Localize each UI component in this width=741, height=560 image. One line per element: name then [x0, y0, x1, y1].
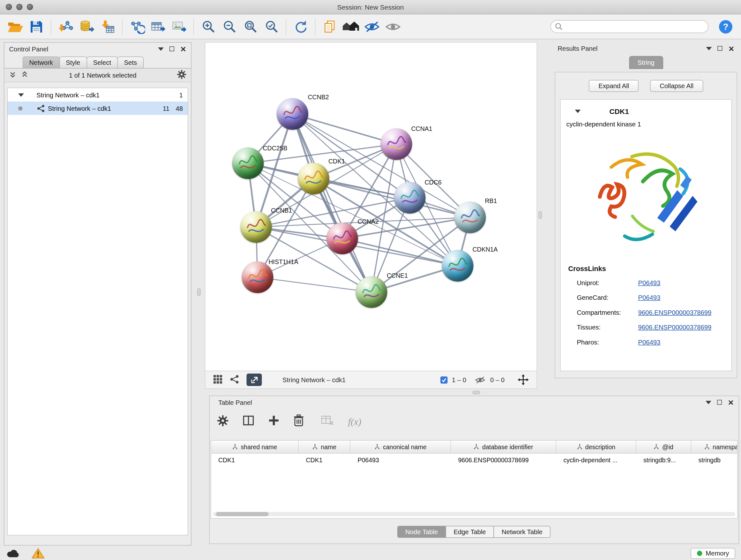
tab-sets[interactable]: Sets: [118, 57, 144, 68]
float-panel-icon[interactable]: [170, 47, 175, 51]
add-column-plus-icon[interactable]: [269, 415, 279, 428]
collapse-all-networks-icon[interactable]: [21, 71, 28, 79]
tab-network[interactable]: Network: [23, 57, 60, 68]
network-edge-ccna2-cdkn1a[interactable]: [342, 239, 458, 266]
control-splitter-handle[interactable]: [197, 288, 201, 296]
expand-all-button[interactable]: Expand All: [589, 80, 638, 92]
minimize-window-button[interactable]: [16, 4, 23, 10]
network-edge-ccne1-ccnb2[interactable]: [293, 114, 372, 292]
import-table-from-file-button[interactable]: [97, 16, 118, 37]
show-columns-icon[interactable]: [243, 415, 254, 428]
save-session-button[interactable]: [26, 16, 47, 37]
network-node-ccnb1[interactable]: [240, 211, 272, 243]
crosslink-link[interactable]: 9606.ENSP00000378699: [638, 324, 712, 331]
zoom-in-button[interactable]: [198, 16, 219, 37]
table-settings-gear-icon[interactable]: [217, 415, 228, 428]
close-panel-icon[interactable]: ✕: [728, 45, 734, 52]
table-cell[interactable]: 9606.ENSP00000378699: [451, 454, 556, 467]
table-cell[interactable]: stringdb:9...: [636, 454, 691, 467]
network-node-hist1h1a[interactable]: [242, 261, 273, 293]
results-splitter-handle[interactable]: [539, 211, 542, 219]
network-node-cdk1[interactable]: [298, 163, 329, 194]
new-network-from-selection-button[interactable]: [126, 16, 147, 37]
network-share-icon[interactable]: [230, 374, 239, 385]
open-session-button[interactable]: [5, 16, 26, 37]
function-builder-icon[interactable]: f(x): [348, 416, 361, 427]
tab-edge-table[interactable]: Edge Table: [446, 526, 494, 538]
float-panel-icon[interactable]: [718, 400, 722, 405]
help-button[interactable]: ?: [715, 16, 736, 37]
home-button[interactable]: [340, 16, 361, 37]
network-node-ccna1[interactable]: [381, 128, 412, 160]
zoom-out-button[interactable]: [219, 16, 240, 37]
table-cell[interactable]: stringdb: [691, 454, 738, 467]
column-header--id[interactable]: @id: [636, 441, 691, 453]
table-cell[interactable]: P06493: [350, 454, 451, 467]
birdseye-view-icon[interactable]: [213, 374, 223, 385]
import-network-from-file-button[interactable]: [55, 16, 76, 37]
scrollbar-thumb[interactable]: [216, 512, 269, 516]
network-node-cdc6[interactable]: [394, 182, 426, 213]
table-cell[interactable]: cyclin-dependent ...: [556, 454, 636, 467]
column-header-shared-name[interactable]: shared name: [211, 441, 299, 453]
network-options-gear-icon[interactable]: [177, 70, 186, 80]
column-header-database-identifier[interactable]: database identifier: [451, 441, 556, 453]
warning-icon[interactable]: [31, 548, 45, 559]
pan-crosshair-icon[interactable]: [518, 374, 529, 386]
export-network-button[interactable]: [247, 374, 262, 386]
collection-expander-icon[interactable]: [18, 93, 24, 97]
network-node-ccnb2[interactable]: [277, 98, 308, 130]
export-image-button[interactable]: [169, 16, 190, 37]
network-edge-ccna1-ccnb2[interactable]: [293, 114, 397, 144]
expand-all-networks-icon[interactable]: [9, 71, 17, 79]
tab-network-table[interactable]: Network Table: [494, 526, 551, 538]
apply-layout-button[interactable]: [290, 16, 311, 37]
column-header-canonical-name[interactable]: canonical name: [350, 441, 451, 453]
show-eye-button[interactable]: [383, 16, 404, 37]
network-edge-hist1h1a-ccne1[interactable]: [258, 277, 372, 293]
collapse-panel-icon[interactable]: [706, 401, 712, 404]
network-node-cdkn1a[interactable]: [442, 250, 474, 282]
tab-node-table[interactable]: Node Table: [397, 526, 446, 538]
column-header-name[interactable]: name: [299, 441, 350, 453]
table-splitter-handle[interactable]: [473, 391, 480, 394]
collapse-panel-icon[interactable]: [158, 47, 164, 51]
crosslink-link[interactable]: P06493: [638, 294, 661, 301]
network-node-ccna2[interactable]: [327, 223, 358, 254]
column-header-namespace[interactable]: namespace: [691, 441, 738, 453]
network-node-ccne1[interactable]: [356, 276, 387, 308]
network-collection-row[interactable]: String Network – cdk1 1: [8, 88, 188, 102]
table-horizontal-scrollbar[interactable]: [213, 512, 736, 516]
table-cell[interactable]: CDK1: [299, 454, 350, 467]
zoom-selected-button[interactable]: [261, 16, 282, 37]
crosslink-link[interactable]: P06493: [638, 339, 661, 346]
delete-column-trash-icon[interactable]: [293, 415, 304, 429]
network-canvas[interactable]: CCNB2CCNA1CDC25BCDK1CDC6RB1CCNB1CCNA2CDK…: [205, 43, 537, 371]
hide-glasses-button[interactable]: [361, 16, 383, 37]
protein-section-expander-icon[interactable]: [575, 110, 581, 113]
tab-style[interactable]: Style: [59, 57, 87, 68]
close-panel-icon[interactable]: ✕: [180, 45, 186, 53]
zoom-fit-button[interactable]: [240, 16, 261, 37]
table-cell[interactable]: CDK1: [211, 454, 299, 467]
network-row[interactable]: String Network – cdk1 11 48: [8, 102, 188, 115]
collapse-panel-icon[interactable]: [706, 47, 712, 50]
tab-string[interactable]: String: [629, 56, 663, 69]
copy-document-button[interactable]: [320, 16, 340, 37]
network-node-rb1[interactable]: [455, 202, 486, 233]
tab-select[interactable]: Select: [86, 57, 118, 68]
column-header-description[interactable]: description: [556, 441, 636, 453]
hidden-eye-slash-icon[interactable]: [474, 376, 486, 384]
zoom-window-button[interactable]: [27, 4, 33, 10]
crosslink-link[interactable]: P06493: [638, 279, 661, 287]
cloud-icon[interactable]: [6, 549, 20, 558]
close-window-button[interactable]: [6, 4, 12, 10]
table-row[interactable]: CDK1CDK1P064939606.ENSP00000378699cyclin…: [211, 454, 738, 467]
export-table-button[interactable]: [147, 16, 169, 37]
close-panel-icon[interactable]: ✕: [728, 399, 734, 406]
network-node-cdc25b[interactable]: [232, 147, 264, 179]
collapse-all-button[interactable]: Collapse All: [650, 80, 703, 92]
crosslink-link[interactable]: 9606.ENSP00000378699: [638, 309, 712, 316]
delete-table-icon[interactable]: [321, 415, 334, 428]
import-network-from-database-button[interactable]: [76, 16, 97, 37]
